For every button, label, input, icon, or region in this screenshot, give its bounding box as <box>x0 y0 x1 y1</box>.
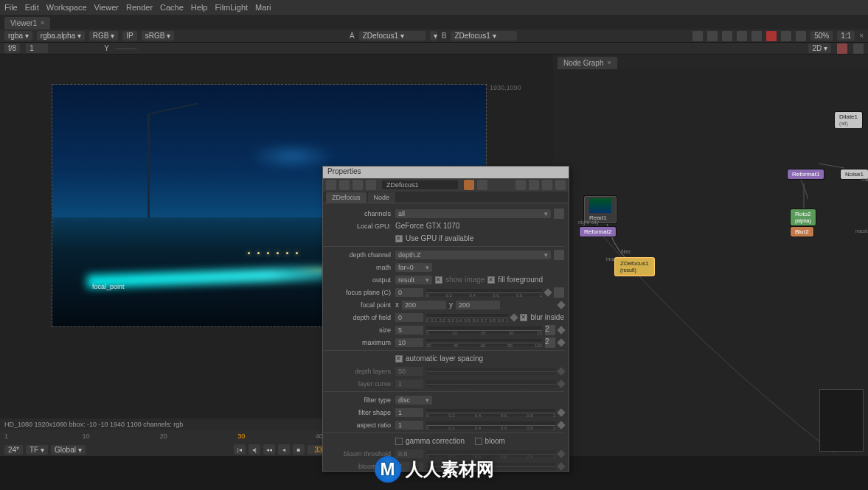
size-input[interactable]: 5 <box>395 326 423 335</box>
settings-icon[interactable] <box>853 43 864 54</box>
expr-button[interactable] <box>554 287 564 298</box>
channel-dropdown[interactable]: rgba ▾ <box>4 31 32 41</box>
node-name-input[interactable]: ZDefocus1 <box>382 181 458 189</box>
split-button[interactable]: 2 <box>545 337 555 348</box>
anim-button[interactable] <box>544 288 552 296</box>
gamma-checkbox[interactable] <box>395 438 403 445</box>
a-buffer-next[interactable]: ▾ <box>430 31 437 41</box>
node-reformat2[interactable]: Reformat2 <box>580 227 616 237</box>
colorspace-dropdown[interactable]: RGB ▾ <box>89 31 118 41</box>
color-swatch-icon[interactable] <box>464 180 474 190</box>
focal-x-input[interactable]: 200 <box>402 301 446 309</box>
menu-viewer[interactable]: Viewer <box>94 3 119 12</box>
filter-shape-slider[interactable]: 00.20.40.60.81 <box>426 409 555 416</box>
view-mode-dropdown[interactable]: 2D ▾ <box>808 43 831 53</box>
pause-cache-icon[interactable] <box>781 31 791 41</box>
node-graph-canvas[interactable]: Dilate1(all) Reformat1 Noise1 mask Read1… <box>553 69 868 456</box>
anim-button[interactable] <box>557 379 565 388</box>
anim-button[interactable] <box>557 408 565 416</box>
dof-slider[interactable]: 00.10.20.30.40.50.60.70.80.91 <box>426 314 508 321</box>
channel-alpha-dropdown[interactable]: rgba.alpha ▾ <box>37 31 85 41</box>
anim-button[interactable] <box>557 301 565 309</box>
properties-title[interactable]: Properties <box>323 167 569 178</box>
menu-filmlight[interactable]: FilmLight <box>215 3 248 12</box>
gamma-value[interactable] <box>115 48 137 49</box>
minimap[interactable] <box>819 389 864 452</box>
channel-button[interactable] <box>554 209 564 219</box>
output-dropdown[interactable]: result <box>395 276 432 284</box>
filter-shape-input[interactable]: 1 <box>395 408 423 417</box>
bloom-checkbox[interactable] <box>475 438 482 445</box>
stereo-icon[interactable] <box>796 31 806 41</box>
close-panel-icon[interactable] <box>555 180 566 190</box>
anim-button[interactable] <box>557 421 565 429</box>
link-icon[interactable] <box>353 180 363 190</box>
fps-dropdown[interactable]: 24* <box>4 445 23 455</box>
bloom-threshold-input[interactable]: 0.8 <box>395 449 423 458</box>
zoom-dropdown[interactable]: 50% <box>810 31 833 41</box>
size-slider[interactable]: 510152025 <box>426 326 542 334</box>
dof-input[interactable]: 0 <box>395 313 423 322</box>
viewer-process-dropdown[interactable]: sRGB ▾ <box>142 31 174 41</box>
menu-workspace[interactable]: Workspace <box>46 3 87 12</box>
menu-edit[interactable]: Edit <box>25 3 39 12</box>
menu-mari[interactable]: Mari <box>255 3 271 12</box>
node-blur[interactable]: Blur2 <box>791 227 813 237</box>
menu-help[interactable]: Help <box>191 3 208 12</box>
playback-scope-dropdown[interactable]: Global ▾ <box>51 445 86 455</box>
focus-plane-slider[interactable]: 00.20.40.60.81 <box>426 289 542 296</box>
show-image-checkbox[interactable] <box>435 276 442 284</box>
clip-icon[interactable] <box>692 31 703 41</box>
node-zdefocus[interactable]: ZDefocus1(result) <box>615 258 654 276</box>
focal-y-input[interactable]: 200 <box>456 301 500 309</box>
stop-button[interactable]: ■ <box>293 444 305 455</box>
menu-cache[interactable]: Cache <box>160 3 184 12</box>
auto-layer-checkbox[interactable] <box>395 355 403 363</box>
float-icon[interactable] <box>529 180 539 190</box>
close-icon[interactable]: × <box>607 59 611 66</box>
fstop-value[interactable]: 1 <box>26 43 48 53</box>
overlay-icon[interactable] <box>737 31 747 41</box>
channels-dropdown[interactable]: all <box>395 209 551 218</box>
split-button[interactable]: 2 <box>545 325 555 335</box>
layer-curve-input[interactable]: 1 <box>395 379 423 388</box>
channel-button[interactable] <box>554 250 564 260</box>
anim-button[interactable] <box>557 462 565 470</box>
a-buffer-dropdown[interactable]: ZDefocus1 ▾ <box>359 31 426 41</box>
nodegraph-tab[interactable]: Node Graph × <box>558 57 617 69</box>
anim-button[interactable] <box>557 326 565 334</box>
node-reformat1[interactable]: Reformat1 <box>788 169 824 179</box>
math-dropdown[interactable]: far=0 <box>395 263 432 272</box>
filter-type-dropdown[interactable]: disc <box>395 396 432 405</box>
aspect-ratio-slider[interactable]: 00.20.40.60.81 <box>426 421 555 429</box>
first-frame-button[interactable]: |◂ <box>234 444 246 455</box>
proxy-icon[interactable] <box>722 31 732 41</box>
anim-button[interactable] <box>557 338 565 346</box>
center-icon[interactable] <box>339 180 350 190</box>
fstop-dropdown[interactable]: f/8 <box>4 43 20 53</box>
depth-channel-dropdown[interactable]: depth.Z <box>395 251 551 259</box>
use-gpu-checkbox[interactable] <box>395 235 403 242</box>
viewer-tab[interactable]: Viewer1 × <box>4 17 50 29</box>
ip-toggle[interactable]: IP <box>122 31 136 41</box>
render-icon[interactable] <box>477 180 487 190</box>
anim-button[interactable] <box>557 449 565 458</box>
bloom-gain-input[interactable]: 2 <box>395 462 423 471</box>
tab-node[interactable]: Node <box>368 192 396 203</box>
focus-plane-input[interactable]: 0 <box>395 288 423 297</box>
menu-file[interactable]: File <box>4 3 18 12</box>
revert-icon[interactable] <box>542 180 552 190</box>
anim-button[interactable] <box>557 367 565 375</box>
menu-render[interactable]: Render <box>126 3 153 12</box>
anim-button[interactable] <box>510 313 518 321</box>
tab-zdefocus[interactable]: ZDefocus <box>326 192 367 203</box>
node-roto[interactable]: Roto2(alpha) <box>791 209 816 225</box>
close-icon[interactable]: × <box>859 32 864 40</box>
record-icon[interactable] <box>766 31 777 41</box>
roi-icon[interactable] <box>707 31 718 41</box>
pixel-ratio-dropdown[interactable]: 1:1 <box>837 31 855 41</box>
fill-fg-checkbox[interactable] <box>487 276 495 284</box>
b-buffer-dropdown[interactable]: ZDefocus1 ▾ <box>451 31 517 41</box>
depth-layers-input[interactable]: 50 <box>395 367 423 376</box>
wipe-icon[interactable] <box>751 31 762 41</box>
